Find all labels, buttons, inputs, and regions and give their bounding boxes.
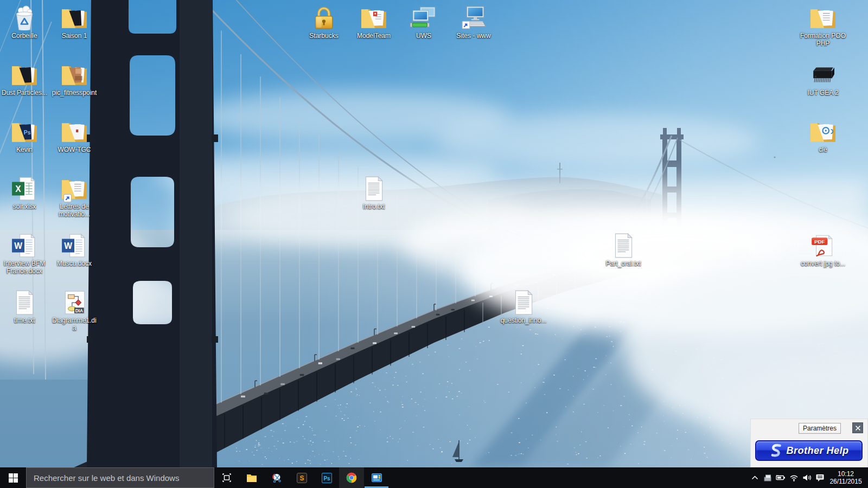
close-button[interactable] [852,422,863,433]
sublime-text-icon: S [297,473,307,483]
battery-icon [776,474,786,481]
tray-volume-button[interactable] [800,467,813,488]
desktop-icon-label: Corbeille [11,32,37,40]
folder-icon [809,3,837,30]
desktop-icon-pic-fitnesspoint[interactable]: pic_fitnesspoint [50,60,99,97]
folder-icon [60,117,88,144]
desktop-icon-label: Interview BFM France.docx [1,260,48,275]
desktop-icon-label: time.txt [14,317,35,324]
file-explorer-button[interactable] [239,467,264,488]
action-center-icon [815,473,825,482]
desktop-icon-recycle-bin[interactable]: Corbeille [0,3,49,40]
desktop-icon-iut-gea-2[interactable]: IUT GEA 2 [799,60,847,97]
tray-action-center-button[interactable] [813,467,826,488]
desktop-icon-label: IUT GEA 2 [807,89,838,97]
task-view-button[interactable] [214,467,239,488]
desktop-icon-label: pic_fitnesspoint [52,89,97,97]
task-view-icon [222,473,232,482]
desktop-icon-modelteam[interactable]: ModelTeam [349,3,398,40]
snipping-tool-button[interactable] [264,467,289,488]
desktop-icon-formation-poo-php[interactable]: Formation POO PHP [799,3,847,47]
snipping-tool-icon [272,473,282,483]
brother-app-button[interactable] [364,467,389,488]
clock-time: 10:12 [828,470,863,478]
taskbar-search-input[interactable]: Rechercher sur le web et dans Windows [26,467,214,488]
desktop-icon-dust-particles[interactable]: Dust Particles... [0,60,49,97]
desktop-icon-diagramme1-dia[interactable]: Diagramme1.dia [50,288,99,332]
desktop-icon-kevin[interactable]: Kevin [0,117,49,153]
search-placeholder: Rechercher sur le web et dans Windows [34,473,179,483]
folder-icon [360,3,388,30]
desktop-icon-label: convert jpg to... [801,260,845,267]
svg-text:S: S [299,474,304,482]
desktop-icon-label: Starbucks [309,32,338,40]
desktop-icon-label: UWS [416,32,431,40]
desktop-icon-time-txt[interactable]: time.txt [0,288,49,324]
desktop-icon-saison1[interactable]: Saison 1 [50,3,99,40]
tray-wifi-button[interactable] [787,467,800,488]
folder-icon [809,117,837,144]
desktop-icon-cle[interactable]: clé [799,117,847,153]
desktop-icon-label: Sites - www [456,32,490,40]
dual-monitors-icon [410,3,437,30]
desktop-icon-lettres-de-motivation[interactable]: Lettres de motivatio... [50,174,99,218]
desktop-icon-label: Diagramme1.dia [50,317,98,332]
close-icon [855,425,861,431]
desktop-icon-label: Formation POO PHP [799,32,847,47]
desktop-icon-label: Intro.txt [363,203,385,210]
desktop-icon-convert-jpg-pdf[interactable]: convert jpg to... [799,231,847,267]
windows-logo-icon [9,473,18,483]
desktop-icon-label: clé [819,146,827,153]
word-file-icon [61,231,88,258]
desktop-icon-sites-www[interactable]: Sites - www [449,3,498,40]
desktop-icon-soir-xlsx[interactable]: soir.xlsx [0,174,49,210]
padlock-icon [310,3,337,30]
desktop: Ps W X [0,0,868,488]
chrome-button[interactable] [339,467,364,488]
sublime-text-button[interactable]: S [289,467,314,488]
desktop-icon-question-inno[interactable]: question_inno... [499,288,548,324]
desktop-icon-label: Kevin [16,146,33,153]
desktop-icon-label: Lettres de motivatio... [50,203,98,218]
chrome-icon [346,472,357,483]
desktop-icon-muscu-docx[interactable]: Muscu.docx [50,231,99,267]
folder-icon [60,3,88,30]
shortcut-arrow-icon [63,194,72,202]
system-tray: 10:12 26/11/2015 [748,467,868,488]
desktop-icon-label: Part_oral.txt [606,260,641,267]
safely-remove-hardware-icon [763,474,773,482]
desktop-icon-label: ModelTeam [357,32,391,40]
taskbar-clock[interactable]: 10:12 26/11/2015 [826,470,865,485]
file-explorer-icon [246,473,257,483]
brother-help-label: Brother Help [786,445,848,457]
desktop-icon-label: WOW-TGC [58,146,91,153]
tray-chevron-button[interactable] [748,467,761,488]
desktop-icon-interview-bfm[interactable]: Interview BFM France.docx [0,231,49,275]
desktop-icon-intro-txt[interactable]: Intro.txt [349,174,398,210]
photoshop-icon: Ps [322,473,332,483]
speaker-icon [802,474,812,481]
text-file-icon [360,174,387,201]
brother-help-panel: Paramètres Brother Help [750,419,868,467]
start-button[interactable] [0,467,26,488]
excel-file-icon [11,174,38,201]
tray-hardware-button[interactable] [761,467,774,488]
svg-text:Ps: Ps [323,475,330,481]
text-file-icon [11,288,38,315]
folder-icon [60,60,88,87]
text-file-icon [610,231,637,258]
brother-help-button[interactable]: Brother Help [755,440,863,461]
folder-icon [60,174,88,201]
parametres-button[interactable]: Paramètres [799,423,841,434]
desktop-icon-part-oral-txt[interactable]: Part_oral.txt [599,231,648,267]
desktop-icon-label: question_inno... [501,317,547,324]
photoshop-button[interactable]: Ps [314,467,339,488]
text-file-icon [510,288,537,315]
desktop-icon-label: soir.xlsx [13,203,36,210]
wallpaper-golden-gate: Ps W X [0,0,868,467]
tray-battery-button[interactable] [774,467,787,488]
desktop-icon-uws[interactable]: UWS [399,3,448,40]
desktop-icon-starbucks[interactable]: Starbucks [299,3,348,40]
clock-date: 26/11/2015 [828,478,863,485]
desktop-icon-wow-tgc[interactable]: WOW-TGC [50,117,99,153]
